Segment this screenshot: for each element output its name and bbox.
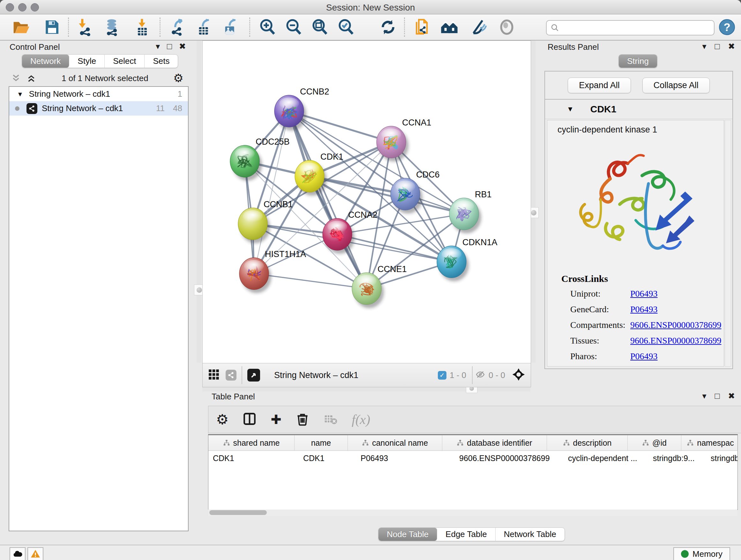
table-hscrollbar[interactable] bbox=[208, 509, 737, 516]
column-header-@id[interactable]: @id bbox=[628, 435, 681, 450]
tab-node-table[interactable]: Node Table bbox=[379, 528, 437, 541]
column-header-namespac[interactable]: namespac bbox=[681, 435, 738, 450]
save-session-icon[interactable] bbox=[43, 18, 61, 36]
zoom-out-icon[interactable] bbox=[285, 18, 302, 36]
crosslink-link[interactable]: 9606.ENSP00000378699 bbox=[630, 335, 721, 346]
cloud-status-button[interactable] bbox=[10, 547, 25, 560]
node-CDC25B[interactable] bbox=[230, 145, 262, 181]
network-view-toolbar: String Network – cdk1 ✓ 1 - 0 0 - 0 bbox=[202, 363, 531, 387]
table-cell[interactable]: CDK1 bbox=[208, 451, 299, 465]
crosslink-link[interactable]: P06493 bbox=[630, 351, 658, 361]
selected-checkbox-icon[interactable]: ✓ bbox=[438, 371, 447, 380]
column-header-shared-name[interactable]: shared name bbox=[208, 435, 294, 450]
control-panel-menu-icon[interactable]: ▾ bbox=[156, 42, 160, 51]
zoom-fit-icon[interactable] bbox=[311, 18, 329, 36]
open-session-icon[interactable] bbox=[12, 18, 30, 36]
export-table-icon[interactable] bbox=[195, 18, 213, 36]
expand-all-icon[interactable] bbox=[26, 73, 37, 84]
network-canvas[interactable]: CCNB2CCNA1CDC25BCDK1CDC6RB1CCNB1CCNA2CDK… bbox=[202, 41, 531, 363]
zoom-in-icon[interactable] bbox=[259, 18, 276, 36]
warning-status-button[interactable] bbox=[27, 547, 44, 560]
table-cell[interactable]: stringdb:9... bbox=[649, 451, 706, 465]
results-panel-close-icon[interactable]: ✖ bbox=[728, 42, 735, 51]
string-home-icon[interactable] bbox=[441, 18, 458, 36]
results-panel-menu-icon[interactable]: ▾ bbox=[702, 42, 706, 51]
refresh-view-icon[interactable] bbox=[379, 18, 397, 36]
search-field[interactable] bbox=[546, 20, 715, 36]
node-CDKN1A[interactable] bbox=[437, 246, 469, 281]
import-network-file-icon[interactable] bbox=[76, 18, 94, 36]
node-CCNA2[interactable] bbox=[323, 219, 354, 254]
results-scrollbar[interactable] bbox=[725, 120, 731, 367]
network-row-selected[interactable]: String Network – cdk1 11 48 bbox=[9, 101, 188, 116]
table-panel-float-icon[interactable]: □ bbox=[715, 392, 720, 400]
tab-network-table[interactable]: Network Table bbox=[495, 528, 564, 541]
collapse-all-icon[interactable] bbox=[10, 73, 21, 84]
share-document-icon[interactable] bbox=[414, 18, 431, 36]
crosslink-link[interactable]: P06493 bbox=[630, 289, 658, 299]
table-cell[interactable]: cyclin-dependent ... bbox=[563, 451, 649, 465]
bottom-splitter[interactable] bbox=[202, 387, 530, 391]
node-CDC6[interactable] bbox=[391, 178, 422, 213]
delete-column-icon[interactable] bbox=[295, 412, 310, 427]
table-cell[interactable]: stringdb bbox=[706, 451, 738, 465]
table-panel-close-icon[interactable]: ✖ bbox=[728, 392, 735, 400]
table-cell[interactable]: 9606.ENSP00000378699 bbox=[455, 451, 563, 465]
results-panel-float-icon[interactable]: □ bbox=[715, 42, 720, 51]
export-network-icon[interactable] bbox=[169, 18, 186, 36]
zoom-selected-icon[interactable] bbox=[337, 18, 355, 36]
show-columns-icon[interactable] bbox=[243, 412, 257, 427]
entry-collapse-icon[interactable]: ▼ bbox=[567, 106, 574, 113]
tab-edge-table[interactable]: Edge Table bbox=[437, 528, 495, 541]
open-in-window-icon[interactable] bbox=[247, 369, 260, 381]
node-CCNE1[interactable] bbox=[352, 273, 384, 308]
network-options-gear-icon[interactable]: ⚙ bbox=[173, 72, 184, 84]
tab-style[interactable]: Style bbox=[69, 55, 105, 68]
fit-selected-crosshair-icon[interactable] bbox=[512, 368, 526, 383]
results-panel-tabs: String bbox=[618, 54, 657, 68]
tab-string[interactable]: String bbox=[619, 55, 657, 68]
node-CCNB2[interactable] bbox=[274, 95, 307, 131]
crosslink-link[interactable]: 9606.ENSP00000378699 bbox=[630, 320, 721, 330]
crosslink-link[interactable]: P06493 bbox=[630, 304, 658, 314]
table-cell[interactable]: P06493 bbox=[356, 451, 455, 465]
control-panel-float-icon[interactable]: □ bbox=[167, 42, 172, 51]
import-network-database-icon[interactable] bbox=[103, 18, 121, 36]
table-hscrollbar-thumb[interactable] bbox=[209, 510, 267, 515]
hide-graphics-icon[interactable] bbox=[470, 18, 488, 36]
node-CCNA1[interactable] bbox=[377, 126, 408, 162]
left-splitter[interactable] bbox=[197, 41, 201, 363]
add-column-icon[interactable]: ✚ bbox=[271, 413, 281, 426]
table-cell[interactable]: CDK1 bbox=[299, 451, 356, 465]
hidden-eye-icon[interactable] bbox=[475, 369, 485, 381]
collapse-all-button[interactable]: Collapse All bbox=[643, 78, 710, 93]
help-icon[interactable]: ? bbox=[719, 19, 737, 37]
tab-sets[interactable]: Sets bbox=[145, 55, 178, 68]
birds-eye-view-icon[interactable] bbox=[208, 368, 220, 382]
eye-icon[interactable] bbox=[498, 18, 516, 36]
table-panel-menu-icon[interactable]: ▾ bbox=[702, 392, 706, 400]
right-splitter[interactable] bbox=[531, 41, 536, 363]
column-header-description[interactable]: description bbox=[547, 435, 628, 450]
node-HIST1H1A[interactable] bbox=[239, 258, 271, 293]
control-panel-close-icon[interactable]: ✖ bbox=[179, 42, 186, 51]
column-header-name[interactable]: name bbox=[294, 435, 348, 450]
table-options-gear-icon[interactable]: ⚙ bbox=[216, 413, 228, 427]
expand-all-button[interactable]: Expand All bbox=[568, 78, 631, 93]
node-RB1[interactable] bbox=[449, 198, 481, 233]
tab-select[interactable]: Select bbox=[105, 55, 145, 68]
network-collection-row[interactable]: ▼ String Network – cdk1 1 bbox=[9, 87, 188, 101]
crosslinks-title: CrossLinks bbox=[561, 273, 724, 284]
memory-button[interactable]: Memory bbox=[673, 547, 730, 560]
node-entry-header[interactable]: ▼ CDK1 bbox=[545, 100, 732, 119]
table-row[interactable]: CDK1CDK1P064939606.ENSP00000378699cyclin… bbox=[208, 451, 738, 465]
tree-expanded-icon[interactable]: ▼ bbox=[17, 91, 23, 98]
node-CDK1[interactable] bbox=[295, 160, 327, 196]
column-label: database identifier bbox=[467, 438, 532, 448]
tab-network[interactable]: Network bbox=[22, 55, 69, 68]
column-header-database-identifier[interactable]: database identifier bbox=[442, 435, 547, 450]
import-table-file-icon[interactable] bbox=[133, 18, 151, 36]
export-image-icon[interactable] bbox=[221, 18, 239, 36]
search-input[interactable] bbox=[562, 23, 710, 33]
column-header-canonical-name[interactable]: canonical name bbox=[348, 435, 442, 450]
